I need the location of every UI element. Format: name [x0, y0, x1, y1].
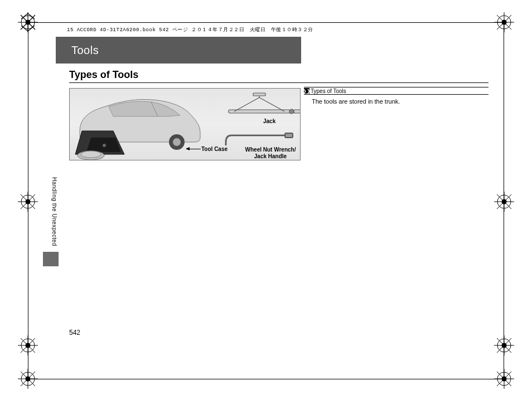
- svg-point-55: [173, 138, 181, 146]
- registration-mark-icon: [17, 191, 39, 213]
- diagram-label-jack: Jack: [263, 118, 275, 125]
- registration-mark-icon: [17, 334, 39, 357]
- svg-point-56: [103, 144, 106, 147]
- chapter-tab: [43, 252, 59, 266]
- diagram-label-tool-case: Tool Case: [201, 146, 228, 153]
- sidebar-heading: Types of Tools: [311, 88, 346, 94]
- tools-diagram: Tool Case Jack Wheel Nut Wrench/ Jack Ha…: [69, 88, 301, 160]
- callout-arrow-icon: [186, 149, 201, 149]
- registration-mark-icon: [493, 11, 515, 33]
- registration-mark-icon: [493, 334, 515, 357]
- diagram-label-wrench-line2: Jack Handle: [254, 153, 287, 159]
- info-sidebar: ❯❯ Types of Tools The tools are stored i…: [304, 87, 489, 105]
- svg-line-60: [234, 97, 259, 111]
- diagram-label-wrench-line1: Wheel Nut Wrench/: [245, 147, 296, 153]
- page-number: 542: [69, 329, 80, 336]
- svg-rect-66: [294, 110, 301, 113]
- banner-title: Tools: [71, 44, 99, 57]
- print-header-text: 15 ACCORD 4D-31T2A6200.book 542 ページ ２０１４…: [67, 26, 313, 33]
- sidebar-body-text: The tools are stored in the trunk.: [304, 95, 489, 105]
- chapter-label-vertical: Handling the Unexpected: [51, 177, 57, 246]
- sidebar-tag-icon: ❯❯: [304, 88, 309, 94]
- section-title: Types of Tools: [69, 69, 138, 81]
- registration-mark-icon: [493, 368, 515, 390]
- registration-mark-icon: [493, 191, 515, 213]
- svg-point-58: [81, 151, 101, 158]
- svg-rect-67: [285, 133, 293, 138]
- svg-rect-64: [253, 93, 265, 96]
- svg-line-62: [234, 111, 259, 125]
- section-title-rule: [69, 82, 489, 83]
- svg-point-65: [289, 109, 294, 114]
- registration-mark-icon: [17, 11, 39, 33]
- registration-mark-icon: [17, 368, 39, 390]
- svg-line-61: [259, 97, 284, 111]
- svg-rect-59: [229, 110, 290, 113]
- banner-tools: Tools: [56, 37, 301, 64]
- sidebar-heading-row: ❯❯ Types of Tools: [304, 87, 489, 95]
- diagram-label-wrench: Wheel Nut Wrench/ Jack Handle: [237, 147, 301, 160]
- crop-line-bottom: [28, 379, 504, 379]
- crop-line-top: [28, 22, 504, 23]
